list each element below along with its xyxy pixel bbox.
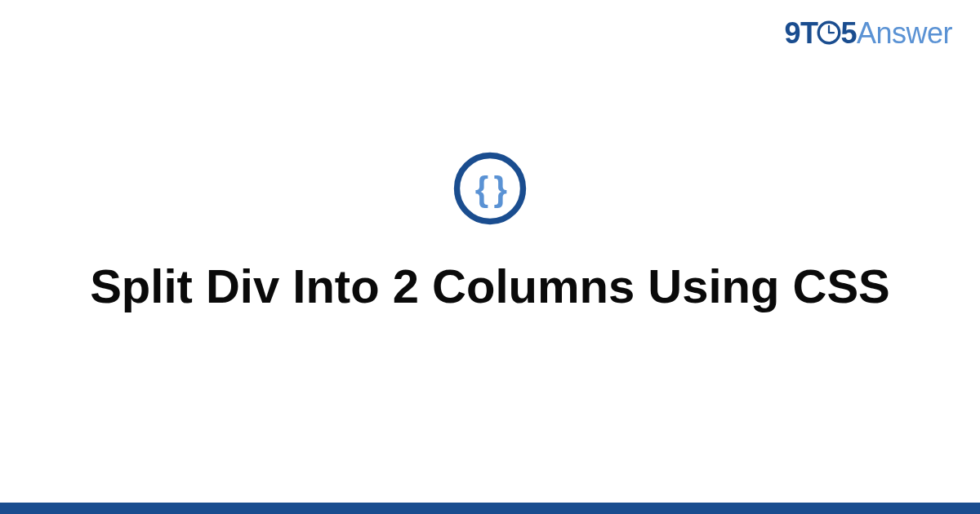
- page-title: Split Div Into 2 Columns Using CSS: [90, 259, 890, 314]
- code-braces-icon: { }: [452, 151, 528, 229]
- main-content: { } Split Div Into 2 Columns Using CSS: [0, 0, 980, 514]
- bottom-accent-bar: [0, 503, 980, 514]
- svg-text:{ }: { }: [475, 169, 507, 207]
